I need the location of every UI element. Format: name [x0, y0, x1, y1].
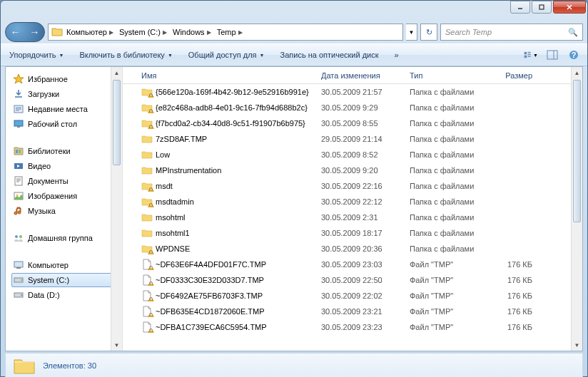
refresh-button[interactable]: ↻: [420, 24, 437, 41]
sidebar-drive-d-icon: [13, 289, 24, 301]
svg-rect-37: [148, 316, 153, 317]
svg-rect-38: [148, 331, 153, 333]
lock-icon: [148, 187, 154, 192]
sidebar-computer[interactable]: Компьютер: [11, 258, 119, 272]
sidebar-downloads[interactable]: Загрузки: [11, 87, 119, 101]
sidebar-documents[interactable]: Документы: [11, 174, 119, 188]
svg-rect-23: [16, 267, 21, 269]
svg-text:?: ?: [572, 51, 577, 59]
file-row[interactable]: MPInstrumentation30.05.2009 9:20Папка с …: [123, 162, 582, 178]
breadcrumb[interactable]: Компьютер▶System (C:)▶Windows▶Temp▶: [48, 24, 403, 41]
close-button[interactable]: [553, 1, 586, 14]
sidebar-pictures[interactable]: Изображения: [11, 189, 119, 203]
view-button[interactable]: ▼: [523, 48, 539, 62]
search-icon: 🔍: [568, 28, 578, 37]
more-button[interactable]: »: [392, 49, 402, 61]
sidebar-recent-icon: [13, 103, 24, 115]
file-row[interactable]: msohtml30.05.2009 2:31Папка с файлами: [123, 210, 582, 225]
file-icon: [141, 321, 153, 333]
file-row[interactable]: 7zSD8AF.TMP29.05.2009 21:14Папка с файла…: [123, 131, 582, 147]
include-library-button[interactable]: Включить в библиотеку▼: [76, 49, 175, 61]
file-row[interactable]: WPDNSE30.05.2009 20:36Папка с файлами: [123, 241, 582, 257]
lock-icon: [148, 202, 154, 207]
svg-rect-31: [148, 190, 153, 192]
file-row[interactable]: ~DFB635E4CD1872060E.TMP30.05.2009 23:21Ф…: [123, 304, 582, 319]
back-icon: ←: [11, 26, 21, 38]
svg-rect-12: [14, 120, 23, 126]
help-button[interactable]: ?: [566, 48, 582, 62]
lock-icon: [148, 93, 154, 98]
file-row[interactable]: ~DFBA1C739ECA6C5954.TMP30.05.2009 23:23Ф…: [123, 319, 582, 335]
sidebar-desktop[interactable]: Рабочий стол: [11, 117, 119, 131]
file-row[interactable]: msdt30.05.2009 22:16Папка с файлами: [123, 178, 582, 194]
svg-rect-13: [17, 126, 20, 128]
svg-rect-30: [148, 128, 153, 129]
column-name[interactable]: Имя: [137, 71, 317, 80]
forward-icon: →: [30, 26, 40, 38]
sidebar-drive-c[interactable]: System (C:): [11, 273, 119, 287]
sidebar-video[interactable]: Видео: [11, 159, 119, 173]
maximize-button[interactable]: [532, 1, 552, 14]
nav-buttons[interactable]: ←→: [5, 22, 45, 42]
sidebar-recent[interactable]: Недавние места: [11, 102, 119, 116]
sidebar-drive-c-icon: [13, 274, 24, 286]
file-row[interactable]: {566e120a-169f-4b42-9b12-9e52916b991e}30…: [123, 84, 582, 100]
minimize-button[interactable]: [510, 1, 530, 14]
file-icon: [141, 259, 153, 270]
share-button[interactable]: Общий доступ для▼: [186, 49, 268, 61]
svg-rect-6: [528, 56, 531, 56]
breadcrumb-item[interactable]: System (C:)▶: [117, 28, 169, 36]
file-row[interactable]: msdtadmin30.05.2009 22:12Папка с файлами: [123, 194, 582, 210]
sidebar-documents-icon: [13, 175, 24, 187]
folder-icon: [141, 102, 153, 113]
column-size[interactable]: Размер: [487, 71, 537, 80]
file-icon: [141, 274, 153, 286]
filelist-scrollbar[interactable]: ▲▼: [571, 67, 582, 351]
search-box[interactable]: Search Temp 🔍: [440, 24, 583, 41]
sidebar-downloads-icon: [13, 88, 24, 100]
svg-rect-36: [148, 300, 153, 301]
file-row[interactable]: {f7bcd0a2-cb34-40d8-9c51-f91907b6b975}30…: [123, 115, 582, 131]
column-headers: Имя Дата изменения Тип Размер: [123, 67, 582, 84]
svg-rect-3: [528, 52, 531, 53]
folder-icon: [141, 180, 153, 192]
breadcrumb-item[interactable]: Temp▶: [215, 28, 245, 36]
column-date[interactable]: Дата изменения: [317, 71, 405, 80]
sidebar-music-icon: [13, 205, 24, 217]
folder-icon: [141, 118, 153, 129]
organize-button[interactable]: Упорядочить▼: [6, 49, 66, 61]
folder-icon: [51, 26, 63, 38]
folder-icon: [141, 165, 153, 176]
svg-rect-1: [539, 5, 544, 9]
sidebar-libraries[interactable]: Библиотеки: [11, 144, 119, 158]
sidebar-computer-icon: [13, 259, 24, 271]
svg-rect-29: [148, 112, 153, 113]
file-row[interactable]: ~DF0333C30E32D033D7.TMP30.05.2009 22:50Ф…: [123, 272, 582, 288]
breadcrumb-item[interactable]: Windows▶: [171, 28, 213, 36]
folder-icon: [141, 227, 153, 239]
file-row[interactable]: ~DF63E6F4A4DFD01F7C.TMP30.05.2009 23:03Ф…: [123, 257, 582, 272]
sidebar-homegroup[interactable]: Домашняя группа: [11, 231, 119, 245]
path-dropdown[interactable]: ▼: [406, 24, 417, 41]
column-type[interactable]: Тип: [405, 71, 487, 80]
svg-rect-32: [148, 206, 153, 207]
file-row[interactable]: msohtml130.05.2009 18:17Папка с файлами: [123, 225, 582, 241]
content-area: ИзбранноеЗагрузкиНедавние местаРабочий с…: [5, 66, 583, 351]
file-row[interactable]: {e82c468a-adb8-4e01-9c16-7fb94d688b2c}30…: [123, 100, 582, 115]
svg-rect-33: [148, 253, 153, 254]
sidebar-drive-d[interactable]: Data (D:): [11, 288, 119, 302]
sidebar-scrollbar[interactable]: ▲▼: [111, 67, 122, 351]
lock-icon: [148, 265, 154, 270]
toolbar: Упорядочить▼ Включить в библиотеку▼ Общи…: [1, 43, 587, 66]
burn-button[interactable]: Запись на оптический диск: [278, 49, 382, 61]
file-row[interactable]: ~DF6492AE75FB6703F3.TMP30.05.2009 22:02Ф…: [123, 288, 582, 304]
sidebar-favorites[interactable]: Избранное: [11, 72, 119, 86]
sidebar-music[interactable]: Музыка: [11, 204, 119, 218]
preview-pane-button[interactable]: [544, 48, 560, 62]
svg-rect-34: [148, 269, 153, 270]
sidebar-libraries-icon: [13, 145, 24, 157]
status-bar: Элементов: 30: [5, 353, 583, 377]
breadcrumb-item[interactable]: Компьютер▶: [64, 28, 116, 36]
search-placeholder: Search Temp: [445, 28, 492, 36]
file-row[interactable]: Low30.05.2009 8:52Папка с файлами: [123, 147, 582, 162]
